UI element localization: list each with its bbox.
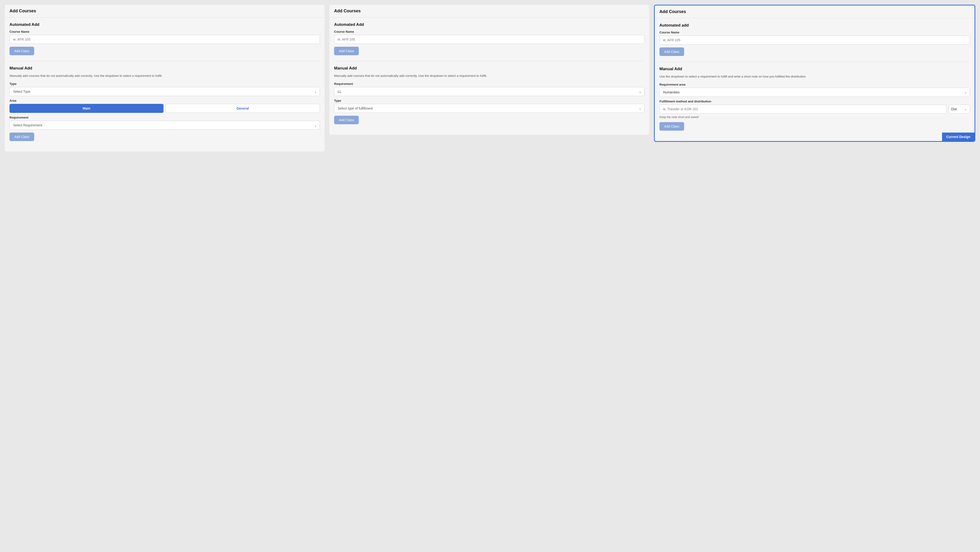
card-1-body: Automated Add Course Name Add Class Manu… — [5, 17, 325, 152]
card-1-manual-section: Manual Add Manually add courses that do … — [10, 61, 320, 141]
card-3-requirement-area-select-wrapper: Humanities Sciences Social Sciences ⌄ — [659, 88, 970, 97]
card-2-title: Add Courses — [334, 8, 361, 13]
card-1-type-select[interactable]: Select Type — [10, 87, 320, 96]
card-3-requirement-area-select[interactable]: Humanities Sciences Social Sciences — [659, 88, 970, 97]
card-1-course-name-input[interactable] — [10, 35, 320, 44]
card-2-course-name-input[interactable] — [334, 35, 644, 44]
card-2-type-select[interactable]: Select type of fulfillment — [334, 104, 644, 113]
card-1-title: Add Courses — [10, 8, 36, 13]
card-1-type-select-wrapper: Select Type ⌄ — [10, 87, 320, 96]
card-3-dist-select[interactable]: Dist — [948, 105, 970, 114]
card-2-manual-section: Manual Add Manually add courses that do … — [334, 61, 644, 124]
card-3-manual-desc: Use the dropdown to select a requirement… — [659, 74, 970, 79]
card-1: Add Courses Automated Add Course Name Ad… — [5, 5, 325, 152]
card-2-header: Add Courses — [329, 5, 649, 17]
card-2-manual-add-class-button[interactable]: Add Class — [334, 116, 359, 124]
card-2-requirement-select[interactable]: LL Other — [334, 87, 644, 96]
card-2-requirement-select-wrapper: LL Other ⌄ — [334, 87, 644, 96]
card-3-manual-add-class-button[interactable]: Add Class — [659, 122, 684, 131]
card-1-header: Add Courses — [5, 5, 325, 17]
card-1-course-name-label: Course Name — [10, 30, 320, 33]
card-2-manual-title: Manual Add — [334, 66, 644, 71]
card-1-area-general-button[interactable]: General — [165, 104, 320, 113]
card-3-automated-add-class-button[interactable]: Add Class — [659, 48, 684, 56]
card-2-automated-add-class-button[interactable]: Add Class — [334, 47, 359, 55]
card-3-fulfillment-row: Dist ⌄ — [659, 105, 970, 114]
card-1-type-label: Type — [10, 82, 320, 86]
card-3-course-name-input[interactable] — [659, 36, 970, 44]
card-2-type-select-wrapper: Select type of fulfillment ⌄ — [334, 104, 644, 113]
card-3-body: Automated add Course Name Add Class Manu… — [655, 18, 975, 141]
card-3-hint-text: Keep the note short and sweet! — [659, 116, 970, 119]
card-3-automated-title: Automated add — [659, 23, 970, 28]
card-1-automated-add-class-button[interactable]: Add Class — [10, 47, 34, 55]
card-3-course-name-label: Course Name — [659, 30, 970, 34]
card-2-body: Automated Add Course Name Add Class Manu… — [329, 17, 649, 135]
card-3-dist-select-wrapper: Dist ⌄ — [948, 105, 970, 114]
card-1-area-buttons: Main General — [10, 104, 320, 113]
card-2-automated-title: Automated Add — [334, 22, 644, 27]
card-1-area-main-button[interactable]: Main — [10, 104, 164, 113]
card-3-fulfillment-input[interactable] — [659, 105, 947, 114]
card-2-type-label: Type — [334, 99, 644, 102]
card-1-requirement-select-wrapper: Select Requirement ⌄ — [10, 121, 320, 130]
card-1-manual-add-class-button[interactable]: Add Class — [10, 133, 34, 141]
card-1-requirement-label: Requirement — [10, 116, 320, 119]
card-1-automated-section: Automated Add Course Name Add Class — [10, 22, 320, 55]
card-2: Add Courses Automated Add Course Name Ad… — [329, 5, 649, 135]
card-2-automated-section: Automated Add Course Name Add Class — [334, 22, 644, 55]
card-3-title: Add Courses — [659, 9, 686, 14]
card-1-requirement-select[interactable]: Select Requirement — [10, 121, 320, 130]
card-1-manual-desc: Manually add courses that do not automat… — [10, 73, 320, 78]
card-3: Add Courses Automated add Course Name Ad… — [654, 5, 975, 142]
card-3-requirement-area-label: Requirement area — [659, 83, 970, 86]
current-design-badge: Current Design — [942, 133, 975, 141]
card-3-manual-section: Manual Add Use the dropdown to select a … — [659, 62, 970, 131]
card-2-course-name-label: Course Name — [334, 30, 644, 33]
card-3-fulfillment-label: Fulfillment method and distribution — [659, 100, 970, 103]
card-2-manual-desc: Manually add courses that do not automat… — [334, 73, 644, 78]
card-1-area-label: Area — [10, 99, 320, 102]
card-2-requirement-label: Requirement — [334, 82, 644, 86]
card-1-automated-title: Automated Add — [10, 22, 320, 27]
card-3-header: Add Courses — [655, 5, 975, 18]
card-3-automated-section: Automated add Course Name Add Class — [659, 23, 970, 56]
card-1-manual-title: Manual Add — [10, 66, 320, 71]
card-3-manual-title: Manual Add — [659, 67, 970, 71]
